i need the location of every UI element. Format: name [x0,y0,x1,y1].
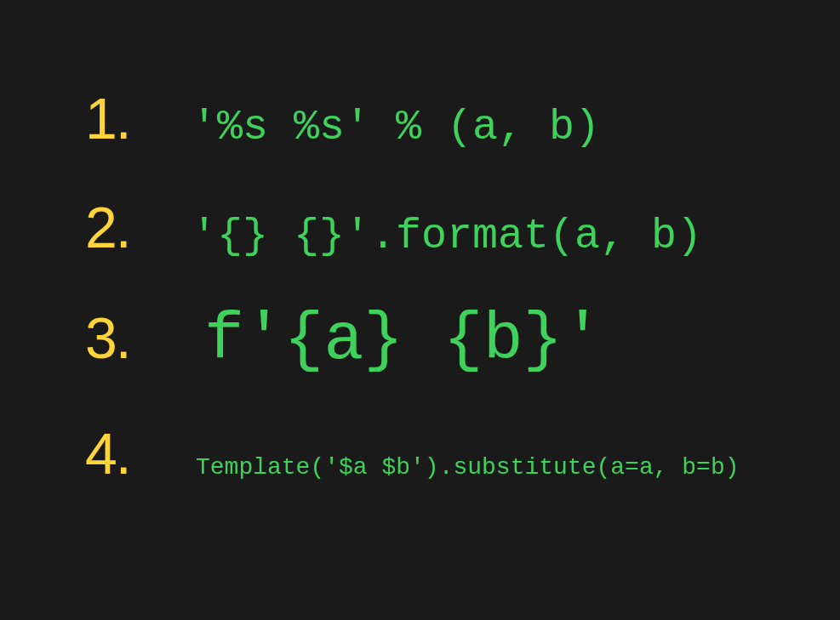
item-number: 4. [85,420,179,486]
code-list: 1. '%s %s' % (a, b) 2. '{} {}'.format(a,… [0,0,840,486]
list-item: 1. '%s %s' % (a, b) [85,85,755,151]
list-item: 4. Template('$a $b').substitute(a=a, b=b… [85,420,755,486]
item-number: 2. [85,194,179,260]
code-snippet: f'{a} {b}' [204,303,603,378]
list-item: 2. '{} {}'.format(a, b) [85,194,755,260]
code-snippet: '{} {}'.format(a, b) [191,212,702,260]
code-snippet: '%s %s' % (a, b) [191,103,600,151]
code-snippet: Template('$a $b').substitute(a=a, b=b) [196,454,740,481]
item-number: 3. [85,304,179,371]
item-number: 1. [85,85,179,151]
list-item: 3. f'{a} {b}' [85,303,755,378]
